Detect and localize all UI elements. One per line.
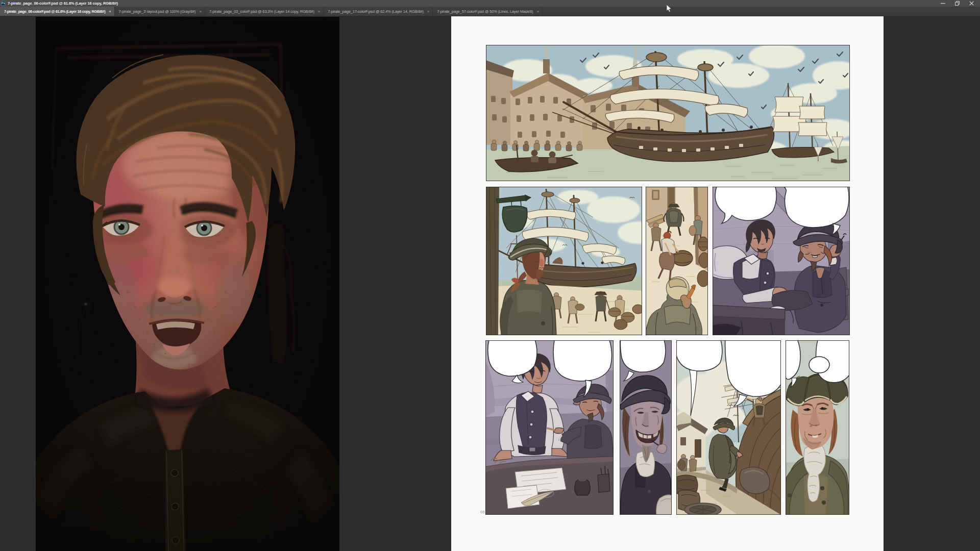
panel-quay-walk	[669, 338, 781, 516]
panel-tavern-talk	[713, 185, 850, 335]
panel-street-barrels	[646, 187, 710, 335]
photoshop-window: Ps 7-pirate_page_06-colorF.psd @ 61.6% (…	[0, 0, 980, 551]
tab-close-icon[interactable]: ×	[537, 9, 540, 14]
tab-close-icon[interactable]: ×	[427, 9, 430, 14]
tab-pirate-page-17[interactable]: 7-pirate_page_17-colorF.psd @ 62.4% (Lay…	[324, 7, 433, 16]
panel-harbor-ships	[486, 29, 864, 181]
restore-icon	[955, 1, 960, 6]
photoshop-app-icon: Ps	[1, 1, 5, 6]
mouse-cursor	[666, 4, 672, 13]
tab-label: 7-pirate_page_17-colorF.psd @ 62.4% (Lay…	[328, 9, 424, 14]
tab-label: 7-pirate_page_06-colorF.psd @ 61.6% (Lay…	[4, 9, 105, 14]
webcam-video-overlay	[36, 17, 339, 551]
minimize-icon	[941, 1, 945, 6]
panel-table-signing	[485, 338, 614, 515]
close-icon	[969, 1, 974, 6]
panel-grinning-pirate	[620, 338, 672, 515]
tab-label: 7-pirate_page_03_colorF.psd @ 63.3% (Lay…	[209, 9, 314, 14]
tab-pirate-page-06[interactable]: 7-pirate_page_06-colorF.psd @ 61.6% (Lay…	[0, 7, 115, 16]
minimize-button[interactable]	[936, 0, 950, 7]
tab-close-icon[interactable]: ×	[109, 9, 111, 14]
comic-page-document[interactable]: 06	[451, 16, 884, 551]
tab-pirate-page-3-layout[interactable]: 7-pirate_page_3'-layout.psd @ 100% (Gray…	[115, 7, 205, 16]
maximize-button[interactable]	[950, 0, 964, 7]
window-controls	[936, 0, 978, 7]
window-title: 7-pirate_page_06-colorF.psd @ 61.6% (Lay…	[8, 1, 118, 6]
title-bar: Ps 7-pirate_page_06-colorF.psd @ 61.6% (…	[0, 0, 980, 7]
page-number: 06	[480, 510, 485, 514]
document-tab-bar: 7-pirate_page_06-colorF.psd @ 61.6% (Lay…	[0, 7, 980, 16]
photoshop-canvas-area[interactable]: 06	[0, 16, 980, 551]
tab-pirate-page-03[interactable]: 7-pirate_page_03_colorF.psd @ 63.3% (Lay…	[205, 7, 324, 16]
panel-smug-gentleman	[785, 338, 849, 515]
tab-close-icon[interactable]: ×	[318, 9, 321, 14]
tab-label: 7-pirate_page_3'-layout.psd @ 100% (Gray…	[119, 9, 196, 14]
close-button[interactable]	[964, 0, 978, 7]
tab-label: 7-pirate_page_57-colorF.psd @ 50% (Lines…	[437, 9, 533, 14]
tab-close-icon[interactable]: ×	[199, 9, 202, 14]
tab-pirate-page-57[interactable]: 7-pirate_page_57-colorF.psd @ 50% (Lines…	[433, 7, 543, 16]
panel-dock-watcher	[486, 187, 658, 335]
